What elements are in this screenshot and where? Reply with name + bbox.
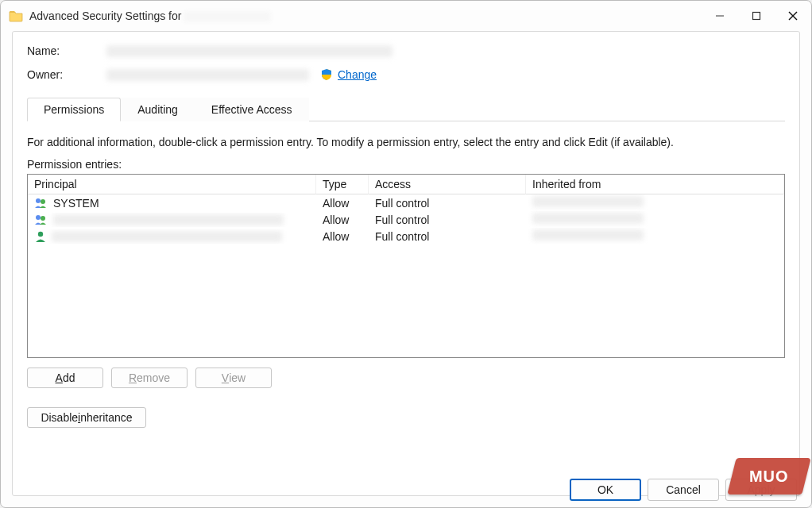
svg-point-6 xyxy=(36,215,41,220)
cancel-button[interactable]: Cancel xyxy=(648,479,719,501)
col-header-principal[interactable]: Principal xyxy=(28,175,316,194)
disable-inheritance-button[interactable]: Disable inheritance xyxy=(27,407,146,428)
view-button[interactable]: View xyxy=(195,368,272,388)
add-button[interactable]: Add xyxy=(27,368,103,388)
tab-permissions[interactable]: Permissions xyxy=(27,98,121,121)
table-row[interactable]: AllowFull control xyxy=(28,228,784,244)
group-icon xyxy=(34,198,48,209)
entry-buttons-row: Add Remove View xyxy=(27,368,785,388)
svg-point-5 xyxy=(41,199,45,204)
name-row: Name: xyxy=(27,44,785,57)
col-header-access[interactable]: Access xyxy=(369,175,526,194)
svg-point-4 xyxy=(36,198,41,203)
table-header: Principal Type Access Inherited from xyxy=(28,175,784,194)
svg-point-8 xyxy=(38,231,43,236)
user-icon xyxy=(34,231,47,242)
table-row[interactable]: SYSTEMAllowFull control xyxy=(28,194,784,211)
svg-point-7 xyxy=(41,216,45,221)
minimize-button[interactable] xyxy=(702,1,738,31)
entries-label: Permission entries: xyxy=(27,158,785,171)
svg-rect-1 xyxy=(753,13,760,20)
name-value-redacted xyxy=(106,45,392,57)
instructions-text: For additional information, double-click… xyxy=(27,136,785,148)
table-row[interactable]: AllowFull control xyxy=(28,211,784,228)
permission-entries-table[interactable]: Principal Type Access Inherited from SYS… xyxy=(27,174,785,358)
col-header-type[interactable]: Type xyxy=(316,175,369,194)
group-icon xyxy=(34,214,48,225)
folder-icon xyxy=(9,10,23,22)
tab-auditing[interactable]: Auditing xyxy=(121,98,195,121)
remove-button[interactable]: Remove xyxy=(111,368,188,388)
title-redacted xyxy=(184,11,271,22)
col-header-inherited[interactable]: Inherited from xyxy=(526,175,784,194)
titlebar: Advanced Security Settings for xyxy=(1,1,811,31)
close-button[interactable] xyxy=(775,1,811,31)
name-label: Name: xyxy=(27,44,106,57)
muo-watermark: MUO xyxy=(727,458,810,495)
shield-icon xyxy=(320,68,333,81)
tab-effective-access[interactable]: Effective Access xyxy=(195,98,309,121)
owner-label: Owner: xyxy=(27,68,106,81)
owner-value-redacted xyxy=(106,69,309,81)
owner-row: Owner: Change xyxy=(27,68,785,81)
advanced-security-window: Advanced Security Settings for Name: Own… xyxy=(0,0,812,508)
inheritance-row: Disable inheritance xyxy=(27,407,785,428)
maximize-button[interactable] xyxy=(738,1,775,31)
content-panel: Name: Owner: Change Permissions Auditing… xyxy=(12,31,800,496)
tab-bar: Permissions Auditing Effective Access xyxy=(27,97,785,121)
window-title: Advanced Security Settings for xyxy=(29,10,271,22)
change-owner-link[interactable]: Change xyxy=(338,68,377,81)
ok-button[interactable]: OK xyxy=(570,479,641,501)
